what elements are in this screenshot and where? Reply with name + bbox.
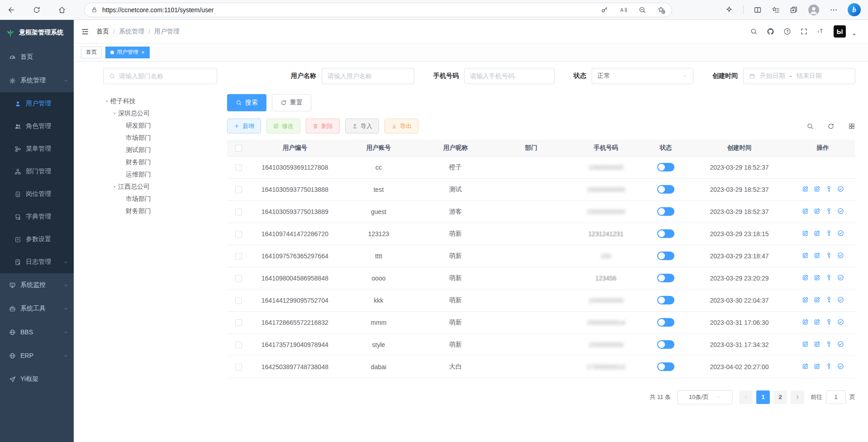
assign-role-icon[interactable]: [837, 252, 844, 259]
row-checkbox[interactable]: [235, 364, 242, 371]
sidebar-item-tool[interactable]: 系统工具: [0, 297, 74, 320]
app-logo[interactable]: 意框架管理系统: [0, 20, 74, 45]
table-search-toggle-icon[interactable]: [806, 123, 814, 130]
edit-icon[interactable]: [802, 341, 809, 347]
assign-role-icon[interactable]: [837, 296, 844, 303]
breadcrumb-item[interactable]: 首页: [96, 28, 109, 36]
sidebar-item-yiframe[interactable]: Yi框架: [0, 367, 74, 391]
row-checkbox[interactable]: [235, 319, 242, 326]
status-toggle[interactable]: [657, 318, 674, 327]
add-button[interactable]: 新增: [227, 119, 261, 133]
sidebar-item-menu[interactable]: 菜单管理: [0, 138, 74, 160]
export-button[interactable]: 导出: [384, 119, 418, 133]
tag-用户管理[interactable]: 用户管理×: [105, 47, 150, 58]
row-checkbox[interactable]: [235, 342, 242, 348]
assign-role-icon[interactable]: [837, 274, 844, 281]
page-size-select[interactable]: 10条/页: [677, 390, 733, 404]
next-page-button[interactable]: [791, 390, 804, 404]
edit-icon[interactable]: [802, 274, 809, 281]
zoom-out-icon[interactable]: [638, 6, 646, 14]
sidebar-item-role[interactable]: 角色管理: [0, 115, 74, 138]
tree-node[interactable]: ▾深圳总公司: [103, 107, 217, 119]
sidebar-item-system[interactable]: 系统管理: [0, 69, 74, 92]
table-columns-icon[interactable]: [848, 123, 855, 130]
delete-button[interactable]: 删除: [306, 119, 340, 133]
caret-down-icon[interactable]: [850, 31, 858, 38]
reset-password-icon[interactable]: [825, 208, 832, 214]
copilot-icon[interactable]: b: [848, 3, 861, 16]
more-icon[interactable]: [830, 6, 838, 14]
sidebar-item-dict[interactable]: 字典管理: [0, 205, 74, 228]
assign-role-icon[interactable]: [837, 208, 844, 214]
delete-icon[interactable]: [814, 252, 821, 259]
page-button-1[interactable]: 1: [756, 390, 770, 404]
tree-expand-icon[interactable]: ▾: [111, 111, 118, 116]
tree-node[interactable]: 市场部门: [103, 132, 217, 144]
page-button-2[interactable]: 2: [773, 390, 787, 404]
delete-icon[interactable]: [814, 318, 821, 325]
status-toggle[interactable]: [657, 185, 674, 194]
edit-button[interactable]: 修改: [266, 119, 300, 133]
tree-node[interactable]: 运维部门: [103, 168, 217, 181]
row-checkbox[interactable]: [235, 231, 242, 238]
split-screen-icon[interactable]: [754, 6, 762, 14]
username-input[interactable]: [322, 68, 414, 84]
status-toggle[interactable]: [657, 362, 674, 371]
delete-icon[interactable]: [814, 341, 821, 347]
reset-password-icon[interactable]: [825, 185, 832, 192]
github-icon[interactable]: [767, 28, 774, 35]
reload-icon[interactable]: [33, 6, 41, 14]
date-range-picker[interactable]: 开始日期 - 结束日期: [743, 68, 855, 84]
phone-input[interactable]: [464, 68, 555, 84]
fullscreen-icon[interactable]: [800, 28, 808, 35]
reset-password-icon[interactable]: [825, 230, 832, 237]
status-toggle[interactable]: [657, 296, 674, 304]
reset-password-icon[interactable]: [825, 252, 832, 259]
help-icon[interactable]: ?: [783, 28, 791, 35]
status-toggle[interactable]: [657, 252, 674, 260]
edit-icon[interactable]: [802, 252, 809, 259]
sidebar-item-post[interactable]: 岗位管理: [0, 183, 74, 205]
browser-essentials-icon[interactable]: [725, 6, 733, 14]
search-button[interactable]: 搜索: [227, 94, 266, 111]
tree-expand-icon[interactable]: ▾: [103, 99, 110, 104]
reset-password-icon[interactable]: [825, 274, 832, 281]
close-icon[interactable]: ×: [141, 49, 145, 55]
fold-menu-icon[interactable]: [81, 28, 89, 36]
row-checkbox[interactable]: [235, 164, 242, 171]
address-bar[interactable]: https://ccnetcore.com:1101/system/user A: [84, 3, 672, 17]
font-size-icon[interactable]: TT: [817, 28, 825, 35]
dept-search-input[interactable]: [119, 72, 211, 80]
reset-password-icon[interactable]: [825, 363, 832, 370]
tree-expand-icon[interactable]: ▾: [111, 184, 118, 189]
delete-icon[interactable]: [814, 363, 821, 370]
status-toggle[interactable]: [657, 340, 674, 349]
sidebar-item-dept[interactable]: 部门管理: [0, 160, 74, 183]
profile-avatar[interactable]: [808, 4, 820, 16]
status-select[interactable]: 正常: [592, 68, 693, 84]
collections-icon[interactable]: [790, 6, 798, 14]
assign-role-icon[interactable]: [837, 341, 844, 347]
delete-icon[interactable]: [814, 296, 821, 303]
edit-icon[interactable]: [802, 208, 809, 214]
password-key-icon[interactable]: [600, 6, 608, 14]
edit-icon[interactable]: [802, 230, 809, 237]
tree-node[interactable]: ▾橙子科技: [103, 95, 217, 107]
tree-node[interactable]: 财务部门: [103, 205, 217, 217]
status-toggle[interactable]: [657, 163, 674, 171]
delete-icon[interactable]: [814, 230, 821, 237]
row-checkbox[interactable]: [235, 253, 242, 260]
add-favorite-icon[interactable]: [657, 6, 665, 14]
assign-role-icon[interactable]: [837, 185, 844, 192]
status-toggle[interactable]: [657, 274, 674, 282]
read-aloud-icon[interactable]: A: [619, 6, 627, 14]
user-avatar[interactable]: Ы: [834, 25, 846, 38]
delete-icon[interactable]: [814, 185, 821, 192]
row-checkbox[interactable]: [235, 297, 242, 304]
header-search-icon[interactable]: [750, 28, 758, 35]
breadcrumb-item[interactable]: 系统管理: [119, 28, 144, 36]
delete-icon[interactable]: [814, 274, 821, 281]
status-toggle[interactable]: [657, 207, 674, 216]
delete-icon[interactable]: [814, 208, 821, 214]
favorites-bar-icon[interactable]: [772, 6, 780, 14]
